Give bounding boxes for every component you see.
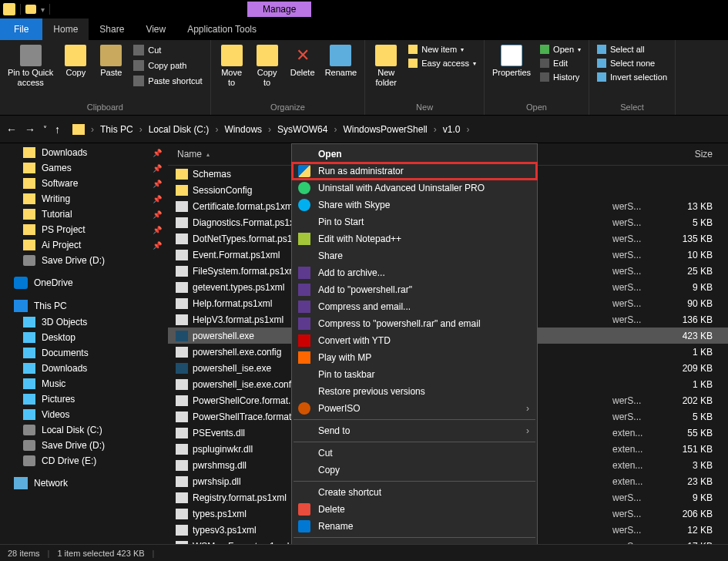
paste-button[interactable]: Paste — [95, 43, 127, 79]
file-size: 10 KB — [666, 250, 728, 260]
sidebar-item[interactable]: Tutorial📌 — [0, 207, 168, 222]
sidebar-item[interactable]: Desktop — [0, 330, 168, 345]
sidebar-item[interactable]: CD Drive (E:) — [0, 453, 168, 469]
context-menu-item[interactable]: Pin to taskbar — [292, 366, 537, 383]
context-menu-item[interactable]: Open — [292, 146, 537, 163]
new-item-button[interactable]: New item ▾ — [405, 43, 479, 55]
breadcrumb[interactable]: › This PC› Local Disk (C:)› Windows› Sys… — [66, 119, 722, 139]
context-menu-item[interactable]: Create shortcut — [292, 484, 537, 501]
rename-button[interactable]: Rename — [322, 43, 361, 79]
dropdown-icon[interactable]: ▾ — [41, 5, 45, 14]
select-none-button[interactable]: Select none — [594, 57, 670, 69]
column-name[interactable]: Name▴ — [168, 146, 287, 162]
file-type: exten... — [612, 460, 666, 471]
context-menu-item[interactable]: Cut — [292, 445, 537, 462]
context-menu-item[interactable]: Uninstall with Advanced Uninstaller PRO — [292, 180, 537, 197]
menu-label: Create shortcut — [318, 487, 381, 498]
file-size: 1 KB — [666, 379, 728, 390]
tab-file[interactable]: File — [0, 18, 42, 40]
recent-dropdown[interactable]: ˅ — [43, 125, 47, 133]
sidebar-item[interactable]: Downloads📌 — [0, 145, 168, 160]
sidebar-item[interactable]: Save Drive (D:) — [0, 253, 168, 268]
sidebar-item[interactable]: Games📌 — [0, 160, 168, 176]
context-menu-item[interactable]: Share with Skype — [292, 197, 537, 213]
copy-button[interactable]: Copy — [59, 43, 92, 79]
select-all-button[interactable]: Select all — [594, 43, 670, 55]
breadcrumb-item[interactable]: Windows — [221, 123, 265, 136]
delete-button[interactable]: ✕Delete — [287, 43, 319, 79]
easy-access-button[interactable]: Easy access ▾ — [405, 57, 479, 69]
open-button[interactable]: Open ▾ — [537, 43, 584, 55]
invert-selection-button[interactable]: Invert selection — [594, 71, 670, 83]
context-menu-item[interactable]: Convert with YTD — [292, 332, 537, 349]
sidebar-onedrive[interactable]: OneDrive — [0, 274, 168, 291]
context-menu-item[interactable]: Restore previous versions — [292, 383, 537, 400]
context-menu-item[interactable]: Copy — [292, 462, 537, 479]
context-menu-item[interactable]: Add to "powershell.rar" — [292, 281, 537, 298]
file-size: 12 KB — [666, 525, 728, 536]
up-button[interactable]: ↑ — [55, 123, 60, 136]
context-menu-item[interactable]: Send to› — [292, 422, 537, 439]
sidebar-item[interactable]: Documents — [0, 345, 168, 361]
file-size: 423 KB — [666, 331, 728, 341]
context-menu-item[interactable]: PowerISO› — [292, 400, 537, 417]
manage-contextual-tab[interactable]: Manage — [247, 2, 311, 17]
column-size[interactable]: Size — [651, 146, 728, 162]
file-size: 23 KB — [666, 476, 728, 487]
mp-icon — [298, 351, 310, 364]
sidebar-item[interactable]: Local Disk (C:) — [0, 422, 168, 438]
tab-view[interactable]: View — [135, 18, 176, 40]
sidebar-item[interactable]: Ai Project📌 — [0, 237, 168, 253]
paste-shortcut-button[interactable]: Paste shortcut — [130, 74, 205, 88]
new-folder-button[interactable]: New folder — [370, 43, 402, 89]
copy-path-button[interactable]: Copy path — [130, 59, 205, 72]
context-menu-item[interactable]: Compress and email... — [292, 298, 537, 315]
sidebar-item[interactable]: Music — [0, 376, 168, 391]
context-menu-item[interactable]: Delete — [292, 501, 537, 518]
copy-to-button[interactable]: Copy to — [251, 43, 283, 89]
context-menu-item[interactable]: Add to archive... — [292, 264, 537, 281]
sidebar-item[interactable]: Pictures — [0, 391, 168, 407]
sidebar-item[interactable]: Software📌 — [0, 176, 168, 191]
file-icon — [176, 541, 188, 545]
sidebar-thispc[interactable]: This PC — [0, 297, 168, 314]
context-menu-item[interactable]: Properties — [292, 540, 537, 544]
sidebar-item[interactable]: Writing📌 — [0, 191, 168, 207]
forward-button[interactable]: → — [25, 123, 35, 136]
properties-button[interactable]: Properties — [489, 43, 534, 79]
sidebar-item[interactable]: PS Project📌 — [0, 222, 168, 237]
breadcrumb-item[interactable]: This PC — [97, 123, 136, 136]
file-name: Diagnostics.Format.ps1xml — [193, 217, 304, 228]
context-menu-item[interactable]: Compress to "powershell.rar" and email — [292, 315, 537, 332]
sidebar-network[interactable]: Network — [0, 475, 168, 492]
menu-separator — [294, 419, 535, 420]
history-button[interactable]: History — [537, 71, 584, 83]
edit-button[interactable]: Edit — [537, 57, 584, 69]
breadcrumb-item[interactable]: SysWOW64 — [274, 123, 330, 136]
pin-icon: 📌 — [153, 195, 162, 203]
tab-share[interactable]: Share — [89, 18, 135, 40]
context-menu-item[interactable]: Rename — [292, 518, 537, 535]
file-name: getevent.types.ps1xml — [193, 282, 304, 293]
sidebar-item[interactable]: 3D Objects — [0, 314, 168, 330]
breadcrumb-item[interactable]: Local Disk (C:) — [146, 123, 213, 136]
tab-home[interactable]: Home — [42, 18, 89, 40]
context-menu-item[interactable]: Edit with Notepad++ — [292, 230, 537, 247]
sidebar-item[interactable]: Videos — [0, 407, 168, 422]
sidebar-item[interactable]: Save Drive (D:) — [0, 438, 168, 453]
tab-application-tools[interactable]: Application Tools — [176, 18, 267, 40]
menu-label: Compress to "powershell.rar" and email — [318, 318, 481, 329]
cut-button[interactable]: Cut — [130, 43, 205, 57]
breadcrumb-item[interactable]: WindowsPowerShell — [340, 123, 430, 136]
back-button[interactable]: ← — [6, 123, 17, 136]
file-name: PowerShellCore.format.ps1xml — [193, 395, 304, 406]
context-menu-item[interactable]: Play with MP — [292, 349, 537, 366]
pin-quick-access-button[interactable]: Pin to Quick access — [5, 43, 56, 89]
move-to-button[interactable]: Move to — [216, 43, 248, 89]
context-menu-item[interactable]: Run as administrator — [292, 163, 537, 180]
sidebar-item[interactable]: Downloads — [0, 361, 168, 376]
context-menu-item[interactable]: Pin to Start — [292, 213, 537, 230]
file-name: pwrshsip.dll — [193, 476, 304, 487]
breadcrumb-item[interactable]: v1.0 — [440, 123, 464, 136]
context-menu-item[interactable]: Share — [292, 247, 537, 264]
